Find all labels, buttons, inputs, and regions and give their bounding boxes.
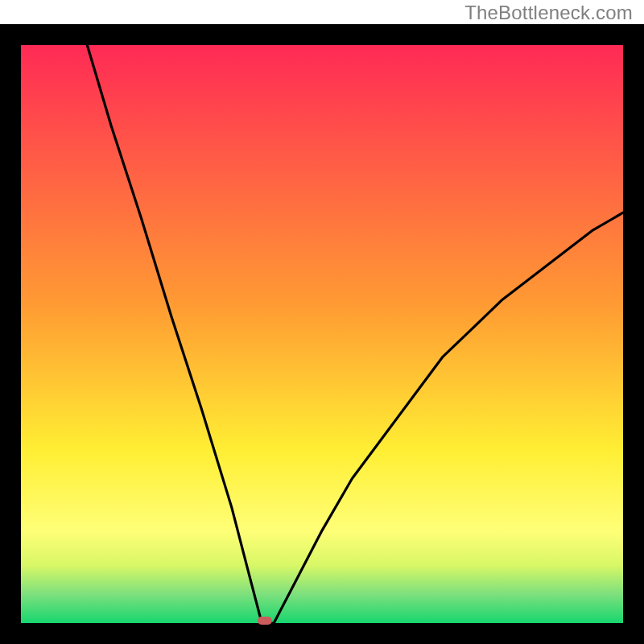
bottleneck-chart [0,0,644,644]
watermark-text: TheBottleneck.com [464,2,633,24]
svg-rect-1 [21,45,623,623]
svg-rect-2 [258,617,272,625]
